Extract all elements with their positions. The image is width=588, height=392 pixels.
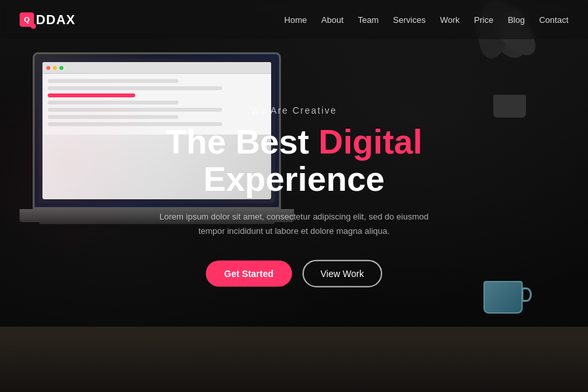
nav-item-about[interactable]: About bbox=[321, 14, 344, 25]
nav-link-work[interactable]: Work bbox=[440, 15, 459, 25]
nav-item-services[interactable]: Services bbox=[393, 14, 426, 25]
hero-buttons: Get Started View Work bbox=[98, 259, 490, 287]
view-work-button[interactable]: View Work bbox=[302, 259, 382, 287]
nav-item-blog[interactable]: Blog bbox=[508, 14, 525, 25]
nav-link-home[interactable]: Home bbox=[284, 15, 307, 25]
nav-link-about[interactable]: About bbox=[321, 15, 344, 25]
nav-link-blog[interactable]: Blog bbox=[508, 15, 525, 25]
nav-link-price[interactable]: Price bbox=[474, 15, 494, 25]
bottom-gradient bbox=[0, 340, 588, 392]
logo[interactable]: Q DDAX bbox=[20, 12, 76, 27]
hero-title-end: Experience bbox=[203, 160, 385, 198]
hero-tagline: We Are Creative bbox=[98, 105, 490, 116]
hero-title-start: The Best bbox=[166, 123, 319, 161]
navbar: Q DDAX Home About Team Services Work Pri… bbox=[0, 0, 588, 39]
hero-content: We Are Creative The Best Digital Experie… bbox=[98, 105, 490, 287]
nav-link-contact[interactable]: Contact bbox=[539, 15, 568, 25]
nav-links: Home About Team Services Work Price Blog… bbox=[284, 14, 568, 25]
nav-item-home[interactable]: Home bbox=[284, 14, 307, 25]
nav-item-work[interactable]: Work bbox=[440, 14, 459, 25]
hero-section: Q DDAX Home About Team Services Work Pri… bbox=[0, 0, 588, 392]
logo-text: DDAX bbox=[36, 12, 76, 27]
logo-icon: Q bbox=[20, 12, 34, 27]
nav-item-price[interactable]: Price bbox=[474, 14, 494, 25]
nav-link-team[interactable]: Team bbox=[358, 15, 379, 25]
nav-item-contact[interactable]: Contact bbox=[539, 14, 568, 25]
hero-title-highlight: Digital bbox=[319, 123, 423, 161]
nav-item-team[interactable]: Team bbox=[358, 14, 379, 25]
hero-description: Lorem ipsum dolor sit amet, consectetur … bbox=[150, 210, 438, 238]
nav-link-services[interactable]: Services bbox=[393, 15, 426, 25]
get-started-button[interactable]: Get Started bbox=[206, 260, 291, 286]
hero-title: The Best Digital Experience bbox=[98, 123, 490, 198]
